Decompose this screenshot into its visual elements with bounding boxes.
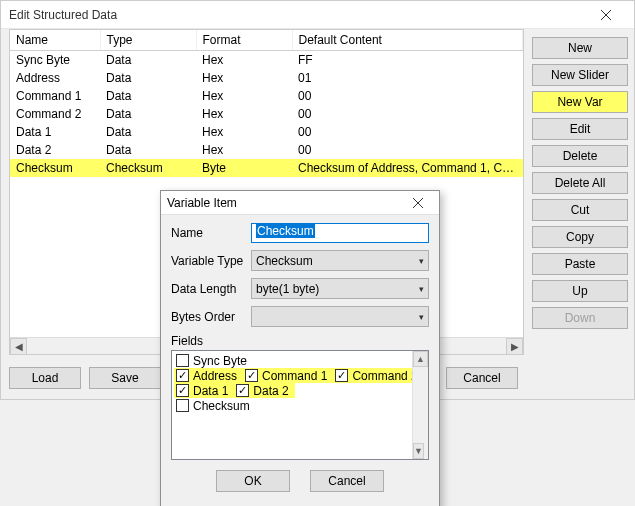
checkbox[interactable] xyxy=(335,369,348,382)
cell-name: Data 2 xyxy=(10,141,100,159)
main-window-title: Edit Structured Data xyxy=(9,8,586,22)
dialog-body: Name Checksum Variable Type Checksum ▾ D… xyxy=(161,215,439,500)
dialog-titlebar: Variable Item xyxy=(161,191,439,215)
load-button[interactable]: Load xyxy=(9,367,81,389)
checkbox[interactable] xyxy=(176,384,189,397)
new-slider-button[interactable]: New Slider xyxy=(532,64,628,86)
variable-type-value: Checksum xyxy=(256,254,313,268)
field-item[interactable]: Data 1 xyxy=(174,383,234,398)
cell-type: Data xyxy=(100,69,196,87)
checkbox[interactable] xyxy=(236,384,249,397)
cell-type: Data xyxy=(100,141,196,159)
cell-format: Byte xyxy=(196,159,292,177)
col-name[interactable]: Name xyxy=(10,30,100,50)
table-row[interactable]: Data 1DataHex00 xyxy=(10,123,523,141)
bottom-button-panel: Load Save xyxy=(9,367,161,389)
field-item[interactable]: Command 2 xyxy=(333,368,423,383)
cell-default: 01 xyxy=(292,69,523,87)
field-item-label: Sync Byte xyxy=(193,354,247,368)
name-input-value: Checksum xyxy=(256,224,315,238)
ok-button[interactable]: OK xyxy=(216,470,290,492)
cell-format: Hex xyxy=(196,50,292,69)
cell-name: Address xyxy=(10,69,100,87)
bytes-order-label: Bytes Order xyxy=(171,310,251,324)
checkbox[interactable] xyxy=(245,369,258,382)
dialog-cancel-button[interactable]: Cancel xyxy=(310,470,384,492)
data-length-value: byte(1 byte) xyxy=(256,282,319,296)
field-item[interactable]: Data 2 xyxy=(234,383,294,398)
cell-name: Sync Byte xyxy=(10,50,100,69)
cell-default: 00 xyxy=(292,87,523,105)
cell-default: FF xyxy=(292,50,523,69)
cell-format: Hex xyxy=(196,123,292,141)
fields-listbox[interactable]: Sync ByteAddressCommand 1Command 2Data 1… xyxy=(171,350,429,460)
data-length-select[interactable]: byte(1 byte) ▾ xyxy=(251,278,429,299)
cell-format: Hex xyxy=(196,87,292,105)
table-row[interactable]: Command 1DataHex00 xyxy=(10,87,523,105)
dialog-title: Variable Item xyxy=(167,196,403,210)
name-input[interactable]: Checksum xyxy=(251,223,429,243)
scroll-up-icon[interactable]: ▲ xyxy=(413,351,428,367)
down-button[interactable]: Down xyxy=(532,307,628,329)
checkbox[interactable] xyxy=(176,369,189,382)
data-grid[interactable]: Name Type Format Default Content Sync By… xyxy=(10,30,523,177)
dialog-close-button[interactable] xyxy=(403,192,433,214)
fields-label: Fields xyxy=(171,334,429,348)
scroll-right-icon[interactable]: ▶ xyxy=(506,338,523,355)
cell-format: Hex xyxy=(196,69,292,87)
col-type[interactable]: Type xyxy=(100,30,196,50)
close-icon xyxy=(601,10,611,20)
cell-default: 00 xyxy=(292,141,523,159)
delete-button[interactable]: Delete xyxy=(532,145,628,167)
scroll-left-icon[interactable]: ◀ xyxy=(10,338,27,355)
chevron-down-icon: ▾ xyxy=(419,284,424,294)
cut-button[interactable]: Cut xyxy=(532,199,628,221)
field-item-label: Address xyxy=(193,369,237,383)
field-item-label: Data 1 xyxy=(193,384,228,398)
delete-all-button[interactable]: Delete All xyxy=(532,172,628,194)
cell-default: Checksum of Address, Command 1, Comman..… xyxy=(292,159,523,177)
cell-format: Hex xyxy=(196,105,292,123)
field-item[interactable]: Checksum xyxy=(174,398,426,413)
table-row[interactable]: AddressDataHex01 xyxy=(10,69,523,87)
grid-header-row: Name Type Format Default Content xyxy=(10,30,523,50)
table-row[interactable]: Data 2DataHex00 xyxy=(10,141,523,159)
cell-name: Command 2 xyxy=(10,105,100,123)
main-close-button[interactable] xyxy=(586,2,626,28)
main-titlebar: Edit Structured Data xyxy=(1,1,634,29)
edit-button[interactable]: Edit xyxy=(532,118,628,140)
bytes-order-select[interactable]: ▾ xyxy=(251,306,429,327)
save-button[interactable]: Save xyxy=(89,367,161,389)
variable-item-dialog: Variable Item Name Checksum Variable Typ… xyxy=(160,190,440,506)
main-cancel-button[interactable]: Cancel xyxy=(446,367,518,389)
cell-name: Checksum xyxy=(10,159,100,177)
table-row[interactable]: Sync ByteDataHexFF xyxy=(10,50,523,69)
up-button[interactable]: Up xyxy=(532,280,628,302)
cell-name: Command 1 xyxy=(10,87,100,105)
field-item[interactable]: Sync Byte xyxy=(174,353,426,368)
new-button[interactable]: New xyxy=(532,37,628,59)
variable-type-select[interactable]: Checksum ▾ xyxy=(251,250,429,271)
close-icon xyxy=(413,198,423,208)
scroll-down-icon[interactable]: ▼ xyxy=(413,443,424,459)
col-default[interactable]: Default Content xyxy=(292,30,523,50)
dialog-button-row: OK Cancel xyxy=(171,470,429,492)
checkbox[interactable] xyxy=(176,399,189,412)
cell-type: Data xyxy=(100,105,196,123)
paste-button[interactable]: Paste xyxy=(532,253,628,275)
field-item-label: Command 1 xyxy=(262,369,327,383)
field-item[interactable]: Command 1 xyxy=(243,368,333,383)
col-format[interactable]: Format xyxy=(196,30,292,50)
fields-scrollbar[interactable]: ▲ ▼ xyxy=(412,351,428,459)
table-row[interactable]: Command 2DataHex00 xyxy=(10,105,523,123)
cell-type: Checksum xyxy=(100,159,196,177)
field-item-label: Checksum xyxy=(193,399,250,413)
checkbox[interactable] xyxy=(176,354,189,367)
new-var-button[interactable]: New Var xyxy=(532,91,628,113)
copy-button[interactable]: Copy xyxy=(532,226,628,248)
cell-name: Data 1 xyxy=(10,123,100,141)
table-row[interactable]: ChecksumChecksumByteChecksum of Address,… xyxy=(10,159,523,177)
side-button-panel: New New Slider New Var Edit Delete Delet… xyxy=(532,37,628,329)
field-item-label: Data 2 xyxy=(253,384,288,398)
field-item[interactable]: Address xyxy=(174,368,243,383)
